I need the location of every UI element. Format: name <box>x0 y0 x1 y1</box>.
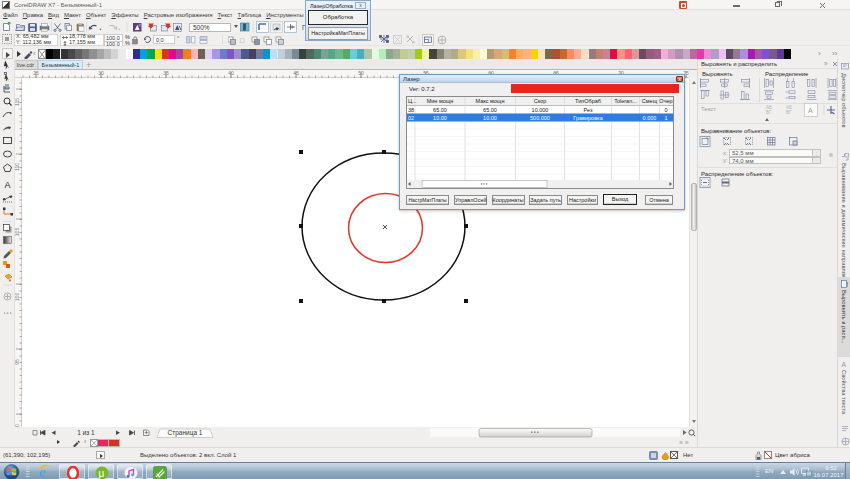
svg-text:10.00: 10.00 <box>433 115 447 121</box>
svg-text:Страница 1: Страница 1 <box>168 429 203 437</box>
svg-text:A: A <box>841 361 846 368</box>
svg-text:ВГ: ВГ <box>786 110 792 115</box>
svg-text:Очер: Очер <box>659 98 672 104</box>
svg-text:A: A <box>4 180 10 190</box>
svg-text:Мин мощн: Мин мощн <box>427 98 454 104</box>
svg-text:Скор: Скор <box>534 98 547 104</box>
svg-text:10.00: 10.00 <box>483 115 497 121</box>
svg-text:μ: μ <box>98 467 104 478</box>
svg-text:□: □ <box>240 37 245 44</box>
svg-text:38: 38 <box>408 107 414 113</box>
svg-text:Макс мощн: Макс мощн <box>476 98 505 104</box>
svg-text:100: 100 <box>15 293 20 302</box>
svg-text:0: 0 <box>664 107 667 113</box>
svg-text:Смещ: Смещ <box>642 98 658 104</box>
svg-text:110: 110 <box>15 163 20 171</box>
svg-text:Toleran...: Toleran... <box>614 98 637 104</box>
svg-text:105: 105 <box>15 228 20 237</box>
svg-text:500.000: 500.000 <box>530 115 550 121</box>
svg-text:65.00: 65.00 <box>433 107 447 113</box>
svg-text:65.00: 65.00 <box>483 107 497 113</box>
svg-text:Гравировка: Гравировка <box>573 115 603 121</box>
svg-text:Ц...: Ц... <box>408 98 417 104</box>
svg-text:ТипОбраб: ТипОбраб <box>575 98 601 104</box>
svg-text:1 из 1: 1 из 1 <box>77 429 95 436</box>
svg-text:95: 95 <box>15 359 20 365</box>
svg-text:0.000: 0.000 <box>643 115 657 121</box>
svg-text:ВГ: ВГ <box>766 110 772 115</box>
svg-text:10.000: 10.000 <box>532 107 549 113</box>
svg-text:Рез: Рез <box>584 107 593 113</box>
svg-text:02: 02 <box>408 115 414 121</box>
svg-text:115: 115 <box>15 98 20 106</box>
svg-text:1: 1 <box>664 115 667 121</box>
svg-text:А: А <box>808 107 813 114</box>
